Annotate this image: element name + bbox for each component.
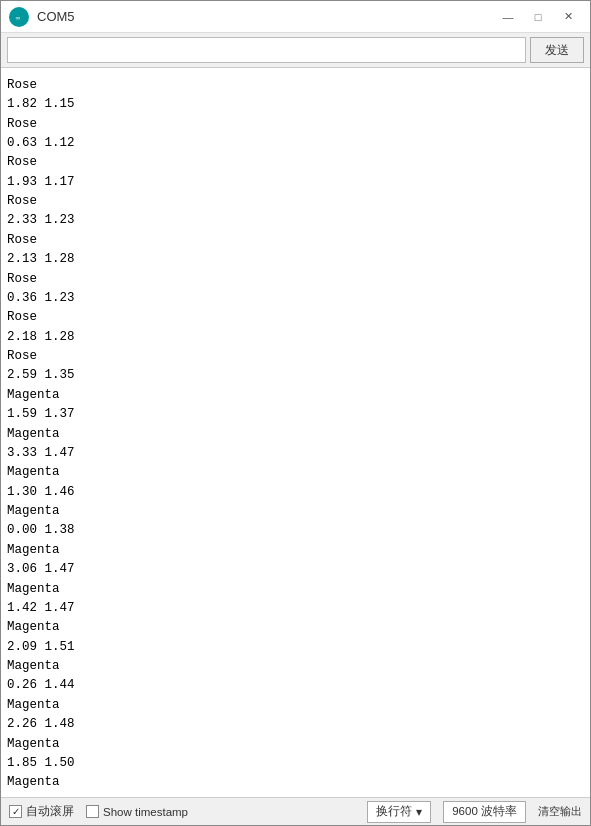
send-button[interactable]: 发送 bbox=[530, 37, 584, 63]
timestamp-item[interactable]: Show timestamp bbox=[86, 805, 188, 818]
app-icon: ∞ bbox=[9, 7, 29, 27]
status-bar: 自动滚屏 Show timestamp 换行符 ▾ 9600 波特率 清空输出 bbox=[1, 797, 590, 825]
baud-rate-dropdown[interactable]: 9600 波特率 bbox=[443, 801, 526, 823]
auto-scroll-label: 自动滚屏 bbox=[26, 804, 74, 819]
title-bar: ∞ COM5 — □ ✕ bbox=[1, 1, 590, 33]
window-title: COM5 bbox=[37, 9, 494, 24]
toolbar: 发送 bbox=[1, 33, 590, 68]
window-controls: — □ ✕ bbox=[494, 6, 582, 28]
serial-monitor-window: ∞ COM5 — □ ✕ 发送 Rose 1.35 1.11 Rose 1.82… bbox=[0, 0, 591, 826]
dropdown-arrow-icon: ▾ bbox=[416, 805, 422, 819]
maximize-button[interactable]: □ bbox=[524, 6, 552, 28]
message-input[interactable] bbox=[7, 37, 526, 63]
line-ending-label: 换行符 bbox=[376, 804, 412, 819]
svg-text:∞: ∞ bbox=[16, 13, 21, 20]
minimize-button[interactable]: — bbox=[494, 6, 522, 28]
line-ending-dropdown[interactable]: 换行符 ▾ bbox=[367, 801, 431, 823]
close-button[interactable]: ✕ bbox=[554, 6, 582, 28]
timestamp-label: Show timestamp bbox=[103, 806, 188, 818]
baud-rate-label: 9600 波特率 bbox=[452, 805, 517, 817]
auto-scroll-item[interactable]: 自动滚屏 bbox=[9, 804, 74, 819]
auto-scroll-checkbox[interactable] bbox=[9, 805, 22, 818]
timestamp-checkbox[interactable] bbox=[86, 805, 99, 818]
serial-output: Rose 1.35 1.11 Rose 1.82 1.15 Rose 0.63 … bbox=[1, 68, 590, 797]
clear-output-button[interactable]: 清空输出 bbox=[538, 804, 582, 819]
